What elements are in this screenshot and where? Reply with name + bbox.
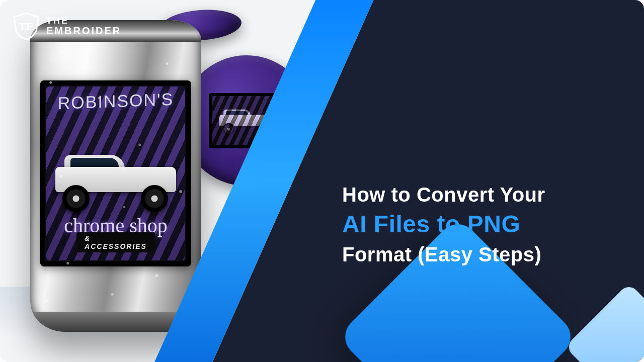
can-label-title: ROBINSON'S (46, 89, 185, 114)
logo-line-1: THE (46, 16, 121, 26)
headline-line-1: How to Convert Your (342, 181, 609, 208)
logo-shield-icon: TE (11, 11, 41, 41)
headline-line-3: Format (Easy Steps) (342, 241, 609, 268)
headline: How to Convert Your AI Files to PNG Form… (342, 181, 609, 268)
svg-text:TE: TE (19, 20, 33, 33)
can-truck-art (50, 152, 181, 212)
can-mockup: ROBINSON'S chrome shop & ACCESSORIES (30, 20, 201, 332)
logo-line-2: EMBROIDER (46, 26, 121, 36)
logo-text: THE EMBROIDER (46, 16, 121, 36)
can-label: ROBINSON'S chrome shop & ACCESSORIES (40, 80, 191, 266)
can-label-tagline: & ACCESSORIES (76, 232, 155, 252)
banner-graphic: ROBINSON'S chrome shop & ACCESSORIES TE (0, 0, 644, 362)
headline-accent: AI Files to PNG (342, 208, 520, 241)
brand-logo: TE THE EMBROIDER (11, 11, 121, 41)
